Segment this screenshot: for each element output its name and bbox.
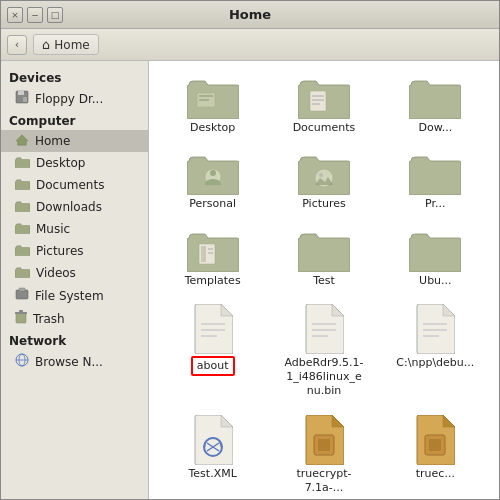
sidebar-item-filesystem-label: File System [35,289,104,303]
sidebar-item-floppy[interactable]: Floppy Dr... [1,87,148,110]
truec-file-graphic [415,415,455,465]
file-item-personal[interactable]: Personal [159,147,266,215]
main-window: × − □ Home ‹ ⌂ Home Devices Floppy Dr... [0,0,500,500]
sidebar-item-videos-label: Videos [36,266,76,280]
test-folder-graphic [298,228,350,272]
file-item-truecrypt[interactable]: truecrypt-7.1a-... [270,411,377,499]
file-item-downloads[interactable]: Dow... [382,71,489,139]
svg-point-19 [210,170,216,176]
file-item-ubuntu[interactable]: Ubu... [382,224,489,292]
svg-rect-13 [199,99,209,101]
pictures-folder-graphic [298,151,350,195]
maximize-button[interactable]: □ [47,7,63,23]
sidebar-item-floppy-label: Floppy Dr... [35,92,103,106]
sidebar-item-desktop[interactable]: Desktop [1,152,148,174]
svg-rect-7 [19,310,23,312]
file-label-personal: Personal [189,197,236,211]
sidebar-item-home[interactable]: Home [1,130,148,152]
back-button[interactable]: ‹ [7,35,27,55]
desktop-folder-icon [15,155,30,171]
svg-rect-5 [16,313,26,323]
file-item-testxml[interactable]: Test.XML [159,411,266,499]
truecrypt-file-graphic [304,415,344,465]
file-label-templates: Templates [185,274,241,288]
file-item-desktop[interactable]: Desktop [159,71,266,139]
sidebar: Devices Floppy Dr... Computer Home Deskt [1,61,149,499]
file-item-templates[interactable]: Templates [159,224,266,292]
svg-point-21 [319,173,323,177]
adobe-file-graphic [304,304,344,354]
about-file-graphic [193,304,233,354]
svg-rect-2 [23,97,27,102]
sidebar-item-downloads[interactable]: Downloads [1,196,148,218]
sidebar-item-documents-label: Documents [36,178,104,192]
toolbar: ‹ ⌂ Home [1,29,499,61]
network-icon [15,353,29,370]
breadcrumb: ⌂ Home [33,34,99,55]
sidebar-item-home-label: Home [35,134,70,148]
sidebar-item-browse-network[interactable]: Browse N... [1,350,148,373]
svg-rect-1 [18,91,24,95]
testxml-file-graphic [193,415,233,465]
file-item-about[interactable]: about [159,300,266,403]
trash-icon [15,310,27,327]
sidebar-item-trash[interactable]: Trash [1,307,148,330]
sidebar-item-downloads-label: Downloads [36,200,102,214]
minimize-button[interactable]: − [27,7,43,23]
file-label-pictures: Pictures [302,197,346,211]
file-item-adobe[interactable]: AdbeRdr9.5.1-1_i486linux_enu.bin [270,300,377,403]
sidebar-item-documents[interactable]: Documents [1,174,148,196]
ubuntu-folder-graphic [409,228,461,272]
file-label-about: about [191,356,235,376]
file-grid: Desktop Documents [159,71,489,499]
file-label-cnpp: C:\npp\debu... [396,356,474,370]
svg-rect-39 [429,439,441,451]
personal-folder-graphic [187,151,239,195]
sidebar-item-trash-label: Trash [33,312,65,326]
sidebar-item-filesystem[interactable]: File System [1,284,148,307]
sidebar-section-devices: Devices [1,67,148,87]
videos-folder-icon [15,265,30,281]
music-folder-icon [15,221,30,237]
file-item-documents[interactable]: Documents [270,71,377,139]
file-label-truecrypt: truecrypt-7.1a-... [284,467,364,496]
svg-rect-3 [16,290,28,299]
file-label-adobe: AdbeRdr9.5.1-1_i486linux_enu.bin [284,356,364,399]
home-breadcrumb-label: Home [54,38,89,52]
home-icon: ⌂ [42,37,50,52]
svg-rect-14 [310,91,326,111]
sidebar-item-music[interactable]: Music [1,218,148,240]
file-label-truec: truec... [416,467,455,481]
titlebar: × − □ Home [1,1,499,29]
sidebar-section-computer: Computer [1,110,148,130]
svg-rect-12 [199,95,213,97]
svg-rect-6 [15,312,27,314]
window-controls: × − □ [7,7,63,23]
home-folder-icon [15,133,29,149]
content-area: Devices Floppy Dr... Computer Home Deskt [1,61,499,499]
sidebar-item-pictures[interactable]: Pictures [1,240,148,262]
pr-folder-graphic [409,151,461,195]
file-label-test: Test [313,274,335,288]
file-label-ubuntu: Ubu... [419,274,452,288]
templates-folder-graphic [187,228,239,272]
sidebar-item-videos[interactable]: Videos [1,262,148,284]
sidebar-item-desktop-label: Desktop [36,156,86,170]
file-item-pictures[interactable]: Pictures [270,147,377,215]
home-breadcrumb[interactable]: ⌂ Home [33,34,99,55]
file-item-truec[interactable]: truec... [382,411,489,499]
file-label-pr: Pr... [425,197,445,211]
file-item-cnpp[interactable]: C:\npp\debu... [382,300,489,403]
file-label-desktop: Desktop [190,121,235,135]
file-item-test[interactable]: Test [270,224,377,292]
close-button[interactable]: × [7,7,23,23]
sidebar-item-music-label: Music [36,222,70,236]
file-grid-container: Desktop Documents [149,61,499,499]
svg-rect-4 [19,288,25,291]
file-label-testxml: Test.XML [189,467,237,481]
sidebar-item-browse-network-label: Browse N... [35,355,103,369]
desktop-folder-graphic [187,75,239,119]
window-title: Home [229,7,271,22]
file-label-documents: Documents [293,121,356,135]
file-item-pr[interactable]: Pr... [382,147,489,215]
